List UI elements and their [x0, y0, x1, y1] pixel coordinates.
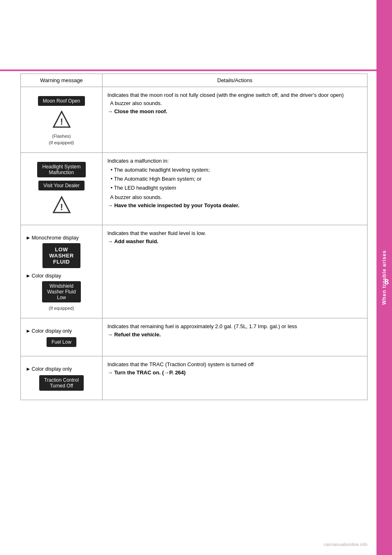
- washer-action: → Add washer fluid.: [107, 238, 158, 244]
- color-display-only-label-2: ►Color display only: [26, 366, 97, 372]
- warning-table: Warning message Details/Actions Moon Roo…: [20, 74, 368, 400]
- headlight-detail-text: Indicates a malfunction in: The automati…: [107, 157, 362, 210]
- fuel-low-message-cell: ►Color display only Fuel Low: [21, 318, 102, 356]
- sidebar-number: 8: [385, 278, 389, 286]
- flashes-note: (Flashes): [52, 134, 71, 139]
- arrow-icon-2: ►: [26, 273, 31, 279]
- fuel-detail-text: Indicates that remaining fuel is approxi…: [107, 322, 362, 339]
- table-row: Moon Roof Open ! (Flashes) (If equipped): [21, 87, 368, 153]
- headlight-cell-inner: Headlight SystemMalfunction Visit Your D…: [26, 157, 97, 221]
- low-washer-fluid-box: LOWWASHERFLUID: [42, 243, 80, 268]
- if-equipped-note-1: (If equipped): [49, 140, 74, 145]
- headlight-action: → Have the vehicle inspected by your Toy…: [107, 202, 239, 208]
- warning-triangle-icon: !: [52, 110, 71, 130]
- color-display-label: ►Color display: [26, 273, 97, 279]
- table-row: Headlight SystemMalfunction Visit Your D…: [21, 153, 368, 225]
- table-row: ►Color display only Traction ControlTurn…: [21, 356, 368, 400]
- headlight-details: Indicates a malfunction in: The automati…: [102, 153, 368, 225]
- traction-details: Indicates that the TRAC (Traction Contro…: [102, 356, 368, 400]
- sidebar-text: When trouble arises: [381, 250, 387, 305]
- traction-cell-inner: ►Color display only Traction ControlTurn…: [26, 360, 97, 396]
- top-bar: [0, 69, 376, 71]
- arrow-icon: ►: [26, 235, 31, 241]
- visit-dealer-message-box: Visit Your Dealer: [38, 181, 85, 190]
- moon-roof-details: Indicates that the moon roof is not full…: [102, 87, 368, 153]
- mono-display-label: ►Monochrome display: [26, 235, 97, 241]
- traction-message-cell: ►Color display only Traction ControlTurn…: [21, 356, 102, 400]
- traction-detail-text: Indicates that the TRAC (Traction Contro…: [107, 360, 362, 377]
- moon-roof-action: → Close the moon roof.: [107, 108, 167, 114]
- washer-fluid-message-cell: ►Monochrome display LOWWASHERFLUID ►Colo…: [21, 225, 102, 318]
- watermark: carmanualsonline.info: [324, 542, 368, 547]
- moon-roof-message-box: Moon Roof Open: [38, 96, 85, 106]
- watermark-text: carmanualsonline.info: [324, 542, 368, 547]
- headlight-detail-list: The automatic headlight leveling system;…: [111, 166, 362, 192]
- headlight-message-cell: Headlight SystemMalfunction Visit Your D…: [21, 153, 102, 225]
- traction-control-box: Traction ControlTurned Off: [39, 375, 84, 391]
- fuel-low-details: Indicates that remaining fuel is approxi…: [102, 318, 368, 356]
- warning-triangle-icon-2: !: [52, 195, 71, 215]
- arrow-icon-3: ►: [26, 328, 31, 334]
- color-display-only-label-1: ►Color display only: [26, 328, 97, 334]
- col1-header: Warning message: [21, 74, 102, 87]
- svg-text:!: !: [60, 116, 63, 127]
- fuel-low-box: Fuel Low: [47, 337, 76, 347]
- moon-roof-cell-inner: Moon Roof Open ! (Flashes) (If equipped): [26, 91, 97, 148]
- sidebar-label: When trouble arises: [376, 0, 392, 555]
- traction-action: → Turn the TRAC on. (→P. 264): [107, 369, 186, 376]
- list-item: The Automatic High Beam system; or: [111, 175, 362, 183]
- table-row: ►Color display only Fuel Low Indicates t…: [21, 318, 368, 356]
- washer-cell-inner: ►Monochrome display LOWWASHERFLUID ►Colo…: [26, 229, 97, 314]
- col2-header: Details/Actions: [102, 74, 368, 87]
- main-content: Warning message Details/Actions Moon Roo…: [20, 74, 368, 530]
- headlight-message-box: Headlight SystemMalfunction: [37, 162, 85, 177]
- moon-roof-detail-text: Indicates that the moon roof is not full…: [107, 91, 362, 116]
- fuel-cell-inner: ►Color display only Fuel Low: [26, 322, 97, 352]
- svg-text:!: !: [60, 202, 63, 212]
- fuel-action: → Refuel the vehicle.: [107, 331, 161, 338]
- washer-fluid-details: Indicates that the washer fluid level is…: [102, 225, 368, 318]
- list-item: The LED headlight system: [111, 184, 362, 192]
- list-item: The automatic headlight leveling system;: [111, 166, 362, 174]
- table-row: ►Monochrome display LOWWASHERFLUID ►Colo…: [21, 225, 368, 318]
- washer-detail-text: Indicates that the washer fluid level is…: [107, 229, 362, 246]
- arrow-icon-4: ►: [26, 366, 31, 372]
- right-sidebar: When trouble arises 8: [376, 0, 392, 555]
- windshield-washer-box: WindshieldWasher FluidLow: [42, 281, 80, 302]
- if-equipped-note-2: (If equipped): [49, 306, 74, 311]
- warning-message-cell: Moon Roof Open ! (Flashes) (If equipped): [21, 87, 102, 153]
